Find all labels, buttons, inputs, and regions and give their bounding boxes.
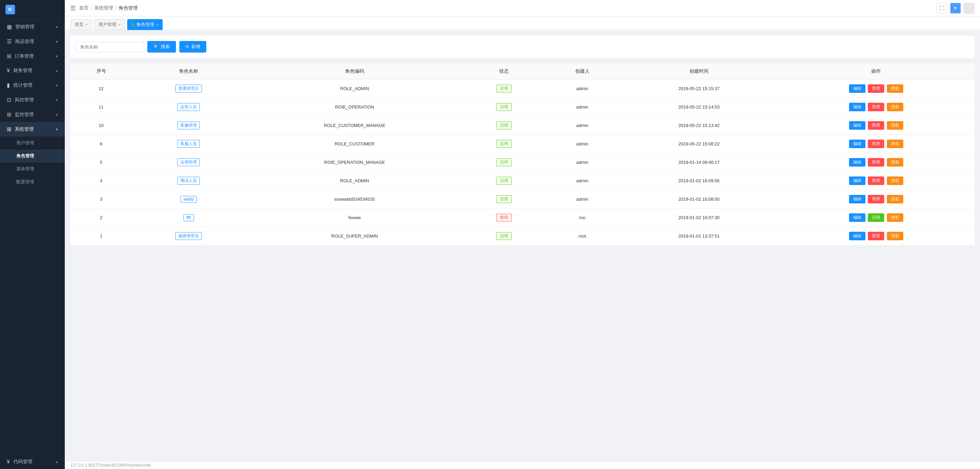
auth-button[interactable]: 授权 xyxy=(887,232,903,240)
tab-home-label: 首页 xyxy=(75,21,84,28)
edit-button[interactable]: 编辑 xyxy=(849,140,865,148)
sidebar-item-finance[interactable]: ¥ 财务管理 ∨ xyxy=(0,64,65,78)
auth-button[interactable]: 授权 xyxy=(887,177,903,185)
tab-role-close-icon[interactable]: × xyxy=(156,22,158,27)
edit-button[interactable]: 编辑 xyxy=(849,103,865,111)
add-button[interactable]: ✎ 新增 xyxy=(179,41,206,53)
auth-button[interactable]: 授权 xyxy=(887,121,903,130)
sidebar-item-role-manage[interactable]: 角色管理 xyxy=(0,150,65,163)
sidebar-item-products[interactable]: ☰ 商品管理 ∨ xyxy=(0,34,65,49)
edit-button[interactable]: 编辑 xyxy=(849,177,865,185)
table-row: 10 客服经理 ROLE_CUSTOMER_MANAGE 启用 admin 20… xyxy=(70,116,975,135)
col-id: 序号 xyxy=(70,64,132,80)
search-icon: 🔍 xyxy=(153,45,159,49)
auth-button[interactable]: 授权 xyxy=(887,213,903,222)
col-created-at: 创建时间 xyxy=(620,64,778,80)
auth-button[interactable]: 授权 xyxy=(887,195,903,203)
disable-button[interactable]: 禁用 xyxy=(868,177,884,185)
cell-status: 启用 xyxy=(464,135,544,153)
search-input[interactable] xyxy=(76,41,144,52)
disable-button[interactable]: 禁用 xyxy=(868,232,884,240)
sidebar-logo: IE xyxy=(0,0,65,19)
fullscreen-button[interactable]: ⛶ xyxy=(936,3,947,14)
cell-id: 11 xyxy=(70,98,132,116)
search-button[interactable]: 🔍 搜索 xyxy=(147,41,176,53)
search-bar: 🔍 搜索 ✎ 新增 xyxy=(70,35,975,58)
cell-creator: root xyxy=(544,227,620,246)
chevron-up-icon: ∧ xyxy=(56,127,58,131)
col-status: 状态 xyxy=(464,64,544,80)
cell-created-at: 2019-01-01 13:37:51 xyxy=(620,227,778,246)
enable-button[interactable]: 启用 xyxy=(868,213,884,222)
sidebar-item-menu-manage[interactable]: 菜单管理 xyxy=(0,163,65,175)
cell-status: 启用 xyxy=(464,172,544,190)
sidebar-item-label: 营销管理 xyxy=(15,24,35,30)
cell-actions: 编辑 禁用 授权 xyxy=(778,172,975,190)
cell-id: 1 xyxy=(70,227,132,246)
breadcrumb-system[interactable]: 系统管理 xyxy=(94,5,113,11)
stats-icon: ▮ xyxy=(7,82,10,88)
tab-user-close-icon[interactable]: × xyxy=(118,22,120,27)
table-row: 11 运营人员 ROIE_OPERATION 启用 admin 2019-05-… xyxy=(70,98,975,116)
cell-name: 运营经理 xyxy=(132,153,245,172)
disable-button[interactable]: 禁用 xyxy=(868,158,884,167)
edit-button[interactable]: 编辑 xyxy=(849,84,865,93)
sidebar-item-orders[interactable]: ⊞ 订单管理 ∨ xyxy=(0,49,65,64)
table-row: 5 运营经理 ROIE_OPERATION_MANAGE 启用 admin 20… xyxy=(70,153,975,172)
user-dropdown-button[interactable]: ▼ xyxy=(950,3,961,14)
sidebar-item-risk[interactable]: ⊡ 风控管理 ∨ xyxy=(0,93,65,107)
tab-home[interactable]: 首页 × xyxy=(70,19,92,30)
tab-bar: 首页 × 用户管理 × 角色管理 × xyxy=(65,16,980,30)
cell-code: ROLE_SUPER_ADMIN xyxy=(245,227,464,246)
table-row: 1 超级管理员 ROLE_SUPER_ADMIN 启用 root 2019-01… xyxy=(70,227,975,246)
menu-toggle-icon[interactable]: ☰ xyxy=(70,5,76,12)
cell-created-at: 2019-05-22 15:08:22 xyxy=(620,135,778,153)
sidebar-item-code[interactable]: ¥ 代码管理 ∨ xyxy=(0,455,65,469)
edit-button[interactable]: 编辑 xyxy=(849,158,865,167)
sidebar-item-stats[interactable]: ▮ 统计管理 ∨ xyxy=(0,78,65,93)
avatar xyxy=(964,3,975,14)
disable-button[interactable]: 禁用 xyxy=(868,121,884,130)
sidebar-item-marketing[interactable]: ▦ 营销管理 ∨ xyxy=(0,19,65,34)
auth-button[interactable]: 授权 xyxy=(887,158,903,167)
col-actions: 操作 xyxy=(778,64,975,80)
tab-user[interactable]: 用户管理 × xyxy=(94,19,125,30)
auth-button[interactable]: 授权 xyxy=(887,140,903,148)
disable-button[interactable]: 禁用 xyxy=(868,84,884,93)
tab-home-close-icon[interactable]: × xyxy=(86,22,88,27)
cell-status: 禁用 xyxy=(464,209,544,227)
risk-icon: ⊡ xyxy=(7,97,11,103)
disable-button[interactable]: 禁用 xyxy=(868,195,884,203)
auth-button[interactable]: 授权 xyxy=(887,103,903,111)
edit-button[interactable]: 编辑 xyxy=(849,232,865,240)
sidebar-item-user-manage[interactable]: 用户管理 xyxy=(0,137,65,150)
edit-button[interactable]: 编辑 xyxy=(849,195,865,203)
cell-id: 4 xyxy=(70,172,132,190)
disable-button[interactable]: 禁用 xyxy=(868,103,884,111)
disable-button[interactable]: 禁用 xyxy=(868,140,884,148)
cell-actions: 编辑 禁用 授权 xyxy=(778,135,975,153)
sidebar-item-config-manage[interactable]: 配置管理 xyxy=(0,175,65,188)
cell-creator: admin xyxy=(544,172,620,190)
sidebar-item-monitor[interactable]: ⊞ 监控管理 ∨ xyxy=(0,107,65,122)
breadcrumb-home[interactable]: 首页 xyxy=(79,5,89,11)
header: ☰ 首页 / 系统管理 / 角色管理 ⛶ ▼ xyxy=(65,0,980,16)
edit-button[interactable]: 编辑 xyxy=(849,213,865,222)
cell-name: 超级管理员 xyxy=(132,227,245,246)
sidebar-sub-label: 角色管理 xyxy=(16,153,34,158)
sidebar-item-system[interactable]: ⊞ 系统管理 ∧ xyxy=(0,122,65,137)
cell-actions: 编辑 禁用 授权 xyxy=(778,153,975,172)
role-table-container: 序号 角色名称 角色编码 状态 创建人 创建时间 操作 12 普通管理员 ROL… xyxy=(70,64,975,245)
cell-code: ROLE_CUSTOMER xyxy=(245,135,464,153)
tab-role[interactable]: 角色管理 × xyxy=(127,19,163,30)
main-content: ☰ 首页 / 系统管理 / 角色管理 ⛶ ▼ 首页 × 用户管理 × 角色管理 xyxy=(65,0,980,469)
chevron-down-icon: ∨ xyxy=(56,83,58,87)
breadcrumb-sep-1: / xyxy=(91,5,92,11)
auth-button[interactable]: 授权 xyxy=(887,84,903,93)
sidebar-item-label: 财务管理 xyxy=(13,68,32,74)
cell-id: 10 xyxy=(70,116,132,135)
cell-creator: roo xyxy=(544,209,620,227)
edit-button[interactable]: 编辑 xyxy=(849,121,865,130)
cell-creator: admin xyxy=(544,153,620,172)
logo-icon: IE xyxy=(5,5,15,14)
